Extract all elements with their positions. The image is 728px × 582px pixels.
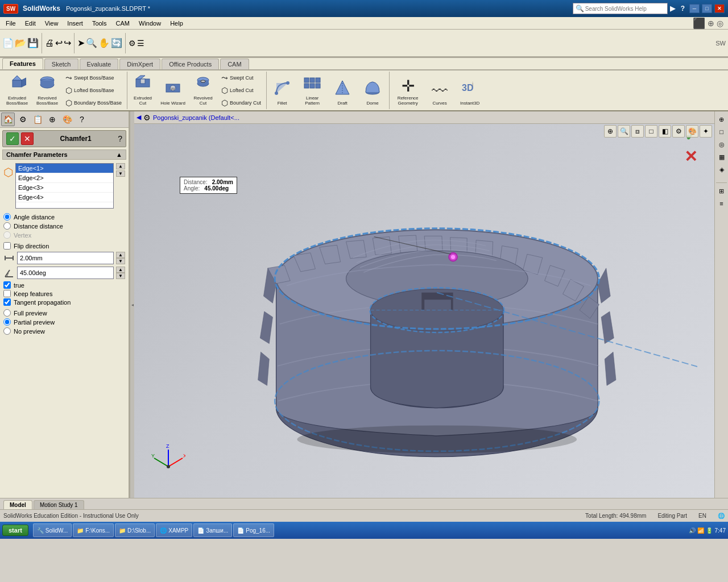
distance-down[interactable]: ▼ (116, 258, 125, 264)
tab-sketch[interactable]: Sketch (44, 59, 78, 69)
dome-button[interactable]: Dome (358, 73, 387, 108)
taskbar-app1[interactable]: 📄 Запши... (193, 523, 232, 537)
render-btn[interactable]: ✦ (700, 125, 712, 138)
tab-office-products[interactable]: Office Products (162, 59, 219, 69)
tab-dimxpert[interactable]: DimXpert (119, 59, 160, 69)
fillet-button[interactable]: Fillet (267, 73, 297, 108)
help-icon[interactable]: ? (681, 5, 685, 13)
menu-file[interactable]: File (1, 19, 20, 28)
feature-manager-icon[interactable]: 🏠 (1, 113, 15, 126)
right-icon-2[interactable]: □ (716, 126, 727, 138)
boundary-boss-base-button[interactable]: ⬡ Boundary Boss/Base (63, 97, 125, 109)
redo-icon[interactable]: ↪ (64, 38, 71, 48)
linear-pattern-button[interactable]: Linear Pattern (297, 73, 327, 108)
vertex-radio[interactable]: Vertex (3, 231, 125, 239)
keep-features-checkbox[interactable]: Keep features (3, 290, 125, 297)
no-preview-radio[interactable]: No preview (3, 327, 125, 335)
swept-boss-base-button[interactable]: ⤳ Swept Boss/Base (63, 72, 125, 84)
section-view-btn[interactable]: ◧ (659, 125, 671, 138)
cam-manager-icon[interactable]: ⊕ (46, 113, 59, 126)
swept-cut-button[interactable]: ⤳ Swept Cut (218, 72, 264, 84)
pan-icon[interactable]: ✋ (98, 38, 110, 48)
reference-geometry-button[interactable]: ✛ Reference Geometry (391, 73, 424, 108)
edge-item-1[interactable]: Edge<1> (16, 164, 113, 173)
menu-window[interactable]: Window (134, 19, 166, 28)
config-manager-icon[interactable]: 📋 (31, 113, 44, 126)
display-style-btn[interactable]: □ (645, 125, 657, 138)
start-button[interactable]: start (2, 525, 28, 536)
appearances-btn[interactable]: 🎨 (686, 125, 698, 138)
edge-item-2[interactable]: Edge<2> (16, 173, 113, 183)
tab-features[interactable]: Features (2, 58, 43, 69)
curves-button[interactable]: 〰 Curves (425, 73, 454, 108)
save-icon[interactable]: 💾 (27, 38, 39, 48)
right-icon-1[interactable]: ⊕ (716, 114, 727, 125)
angle-up[interactable]: ▲ (116, 267, 125, 273)
breadcrumb-link[interactable]: Pogonski_zupcanik (Default<... (153, 114, 239, 121)
viewport-cancel-icon[interactable]: ✕ (684, 147, 697, 166)
cancel-button[interactable]: ✕ (21, 132, 34, 145)
extruded-boss-base-button[interactable]: Extruded Boss/Base (2, 73, 32, 108)
flip-direction-checkbox[interactable]: Flip direction (3, 242, 125, 250)
toolbar-btn-1[interactable]: ⬛ (693, 17, 705, 30)
hole-wizard-button[interactable]: W Hole Wizard (158, 73, 188, 108)
edge-scroll-up[interactable]: ▲ (116, 163, 125, 169)
search-input[interactable] (585, 6, 665, 12)
edge-item-4[interactable]: Edge<4> (16, 193, 113, 202)
right-icon-7[interactable]: ≡ (716, 198, 727, 209)
lofted-cut-button[interactable]: ⬡ Lofted Cut (218, 85, 264, 96)
menu-help[interactable]: Help (166, 19, 188, 28)
new-icon[interactable]: 📄 (2, 38, 14, 48)
angle-input[interactable]: 45.00deg (17, 267, 114, 279)
taskbar-sw[interactable]: 🔧 SolidW... (33, 523, 72, 537)
search-bar[interactable]: 🔍 (573, 3, 668, 14)
panel-help-icon[interactable]: ? (118, 134, 122, 143)
edge-list[interactable]: Edge<1> Edge<2> Edge<3> Edge<4> (15, 163, 114, 209)
zoom-to-fit-btn[interactable]: ⊕ (604, 125, 617, 138)
toolbar-btn-3[interactable]: ◎ (717, 19, 723, 28)
partial-preview-radio[interactable]: Partial preview (3, 318, 125, 326)
full-preview-radio[interactable]: Full preview (3, 309, 125, 317)
draft-button[interactable]: Draft (328, 73, 357, 108)
display-manager-icon[interactable]: 🎨 (60, 113, 74, 126)
menu-insert[interactable]: Insert (63, 19, 88, 28)
search-submit-icon[interactable]: ▶ (670, 5, 675, 13)
undo-icon[interactable]: ↩ (55, 38, 63, 48)
toolbar-btn-2[interactable]: ⊕ (708, 19, 714, 28)
ok-button[interactable]: ✓ (6, 132, 19, 145)
panel-collapse-handle[interactable]: ◂ (130, 111, 134, 498)
taskbar-app2[interactable]: 📄 Pog_16... (233, 523, 274, 537)
maximize-button[interactable]: □ (702, 4, 712, 13)
boundary-cut-button[interactable]: ⬡ Boundary Cut (218, 97, 264, 109)
right-icon-5[interactable]: ◈ (716, 164, 727, 175)
customize-icon[interactable]: ☰ (137, 39, 144, 48)
distance-distance-radio[interactable]: Distance distance (3, 222, 125, 230)
close-button[interactable]: ✕ (714, 4, 725, 13)
extruded-cut-button[interactable]: Extruded Cut (128, 73, 158, 108)
select-through-faces-checkbox[interactable]: true (3, 281, 125, 289)
zoom-selected-btn[interactable]: 🔍 (618, 125, 630, 138)
angle-down[interactable]: ▼ (116, 273, 125, 279)
revolved-cut-button[interactable]: Revolved Cut (188, 73, 218, 108)
view-orient-btn[interactable]: ⧈ (631, 125, 644, 138)
distance-up[interactable]: ▲ (116, 252, 125, 258)
distance-input[interactable]: 2.00mm (17, 252, 114, 264)
menu-edit[interactable]: Edit (20, 19, 40, 28)
menu-tools[interactable]: Tools (88, 19, 111, 28)
angle-distance-radio[interactable]: Angle distance (3, 213, 125, 221)
property-manager-icon[interactable]: ⚙ (16, 113, 30, 126)
print-icon[interactable]: 🖨 (45, 38, 54, 48)
chamfer-params-header[interactable]: Chamfer Parameters ▲ (2, 149, 126, 160)
right-icon-4[interactable]: ▦ (716, 151, 727, 163)
rotate-icon[interactable]: 🔄 (111, 38, 122, 48)
right-icon-3[interactable]: ◎ (716, 139, 727, 150)
tab-evaluate[interactable]: Evaluate (80, 59, 119, 69)
select-icon[interactable]: ➤ (77, 38, 85, 48)
edge-scroll-down[interactable]: ▼ (116, 171, 125, 177)
edge-item-3[interactable]: Edge<3> (16, 183, 113, 193)
taskbar-folder2[interactable]: 📁 D:\Slob... (115, 523, 155, 537)
taskbar-folder1[interactable]: 📁 F:\Kons... (73, 523, 114, 537)
tab-motion-study[interactable]: Motion Study 1 (34, 500, 84, 509)
menu-view[interactable]: View (40, 19, 63, 28)
zoom-icon[interactable]: 🔍 (86, 38, 97, 48)
